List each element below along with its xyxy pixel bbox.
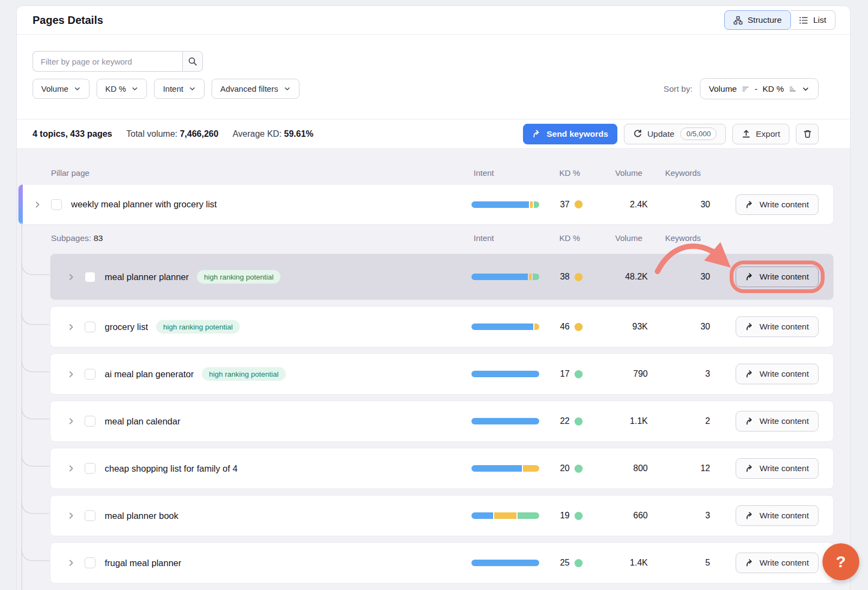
table-row[interactable]: grocery list high ranking potential 46 9… xyxy=(50,307,833,347)
intent-bar xyxy=(471,323,539,330)
subpages-header-row: Subpages: 83 Intent KD % Volume Keywords xyxy=(17,224,850,254)
chevron-down-icon xyxy=(802,85,809,93)
intent-bar xyxy=(471,371,539,377)
volume-value: 800 xyxy=(593,464,648,473)
keywords-value: 3 xyxy=(667,369,710,379)
summary-bar: 4 topics, 433 pages Total volume: 7,466,… xyxy=(17,119,850,149)
kd-filter-dropdown[interactable]: KD % xyxy=(97,79,147,99)
row-title: meal plan calendar xyxy=(105,416,180,427)
chevron-right-icon[interactable] xyxy=(67,322,75,331)
delete-button[interactable] xyxy=(796,124,819,144)
row-checkbox[interactable] xyxy=(85,463,95,474)
write-content-label: Write content xyxy=(760,322,809,332)
advanced-filters-dropdown[interactable]: Advanced filters xyxy=(212,79,299,99)
table-row[interactable]: frugal meal planner 25 1.4K 5 Write cont… xyxy=(50,543,833,583)
write-content-button[interactable]: Write content xyxy=(736,553,819,573)
chevron-right-icon[interactable] xyxy=(67,272,75,281)
write-content-button[interactable]: Write content xyxy=(736,411,819,432)
export-button[interactable]: Export xyxy=(732,124,789,144)
search-button[interactable] xyxy=(182,51,203,72)
kd-dot xyxy=(575,465,583,473)
intent-bar xyxy=(471,512,539,519)
row-checkbox[interactable] xyxy=(85,271,95,282)
write-content-button[interactable]: Write content xyxy=(736,505,819,526)
high-ranking-badge: high ranking potential xyxy=(156,320,240,334)
write-content-button[interactable]: Write content xyxy=(736,267,819,287)
sort-by-dropdown[interactable]: Volume - KD % xyxy=(700,78,819,99)
row-checkbox[interactable] xyxy=(85,557,95,568)
table-row[interactable]: ai meal plan generator high ranking pote… xyxy=(50,354,833,394)
chevron-right-icon[interactable] xyxy=(67,370,75,378)
pillar-accent-bar xyxy=(18,185,23,224)
write-content-arrow-icon xyxy=(745,464,754,473)
pages-details-panel: Pages Details Structure List xyxy=(16,5,851,590)
intent-segment-orange xyxy=(494,512,516,519)
search-icon xyxy=(188,56,197,66)
write-content-arrow-icon xyxy=(745,559,754,567)
structure-view-button[interactable]: Structure xyxy=(724,10,791,30)
row-checkbox[interactable] xyxy=(85,416,95,427)
kd-value: 20 xyxy=(556,464,570,473)
sort-primary-value: Volume xyxy=(709,84,737,94)
list-icon xyxy=(799,16,808,25)
write-content-arrow-icon xyxy=(745,200,754,209)
chevron-right-icon[interactable] xyxy=(67,417,75,426)
intent-bar xyxy=(471,201,539,208)
list-view-button[interactable]: List xyxy=(790,10,835,30)
intent-filter-label: Intent xyxy=(163,84,183,93)
row-checkbox[interactable] xyxy=(85,510,95,521)
average-kd-value: 59.61% xyxy=(284,129,314,138)
intent-segment-orange xyxy=(530,201,533,208)
write-content-button[interactable]: Write content xyxy=(736,458,819,479)
kd-value: 38 xyxy=(556,272,570,282)
row-checkbox[interactable] xyxy=(85,369,95,379)
search-input[interactable] xyxy=(33,51,182,72)
pillar-page-row[interactable]: weekly meal planner with grocery list 37… xyxy=(18,185,833,224)
high-ranking-badge: high ranking potential xyxy=(202,367,285,381)
high-ranking-badge: high ranking potential xyxy=(197,270,280,284)
intent-segment-green xyxy=(533,274,539,280)
send-arrow-icon xyxy=(532,129,541,138)
kd-value: 19 xyxy=(556,511,570,521)
column-kd: KD % xyxy=(559,168,580,177)
kd-dot xyxy=(575,370,583,378)
sort-descending-icon xyxy=(742,85,750,93)
write-content-arrow-icon xyxy=(745,322,754,331)
sort-secondary-value: KD % xyxy=(762,84,784,94)
keywords-value: 12 xyxy=(667,464,710,473)
volume-filter-dropdown[interactable]: Volume xyxy=(33,79,90,99)
update-button[interactable]: Update 0/5,000 xyxy=(624,124,726,144)
help-button[interactable]: ? xyxy=(822,543,859,580)
intent-bar xyxy=(471,418,539,424)
page-title: Pages Details xyxy=(33,14,103,27)
write-content-button[interactable]: Write content xyxy=(736,316,819,337)
chevron-right-icon[interactable] xyxy=(67,511,75,520)
chevron-right-icon[interactable] xyxy=(67,559,75,567)
send-keywords-button[interactable]: Send keywords xyxy=(523,124,617,144)
kd-dot xyxy=(575,200,583,208)
table-row[interactable]: meal planner planner high ranking potent… xyxy=(50,254,833,300)
write-content-button[interactable]: Write content xyxy=(736,194,819,215)
chevron-right-icon[interactable] xyxy=(33,200,42,209)
write-content-label: Write content xyxy=(760,464,809,473)
intent-segment-orange xyxy=(534,323,539,330)
chevron-down-icon xyxy=(284,85,291,92)
column-pillar-page: Pillar page xyxy=(51,168,90,177)
average-kd-label: Average KD: xyxy=(233,129,282,138)
table-row[interactable]: meal planner book 19 660 3 Write content xyxy=(50,496,833,536)
intent-segment-blue xyxy=(471,274,528,280)
chevron-right-icon[interactable] xyxy=(67,464,75,473)
table-row[interactable]: meal plan calendar 22 1.1K 2 Write conte… xyxy=(50,401,833,441)
table-row[interactable]: cheap shopping list for family of 4 20 8… xyxy=(50,448,833,489)
filter-section: Volume KD % Intent Advanced filters Sort… xyxy=(17,35,850,119)
row-checkbox[interactable] xyxy=(51,199,62,210)
kd-dot xyxy=(575,559,583,567)
column-volume: Volume xyxy=(615,233,642,243)
write-content-button[interactable]: Write content xyxy=(736,364,819,384)
kd-value: 37 xyxy=(556,200,570,210)
sort-by-label: Sort by: xyxy=(663,84,692,94)
intent-segment-green xyxy=(534,201,539,208)
intent-filter-dropdown[interactable]: Intent xyxy=(154,79,205,99)
intent-segment-blue xyxy=(471,323,533,330)
row-checkbox[interactable] xyxy=(85,321,95,332)
